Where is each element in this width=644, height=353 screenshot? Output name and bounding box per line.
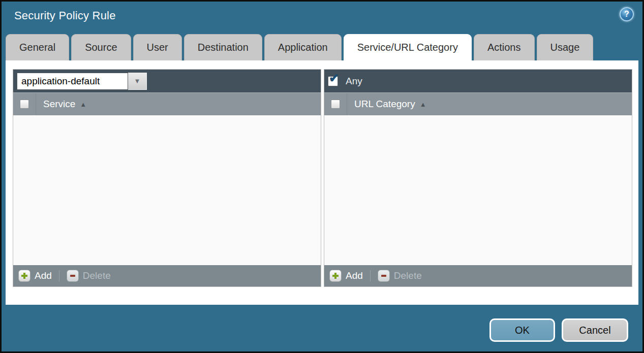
url-category-column-header: URL Category xyxy=(354,99,415,110)
service-add-icon[interactable] xyxy=(18,270,30,282)
url-category-list-empty xyxy=(324,115,632,265)
url-category-panel-toolbar: Add Delete xyxy=(324,265,632,286)
plus-icon xyxy=(20,272,28,280)
tab-general[interactable]: General xyxy=(6,34,69,60)
tab-application[interactable]: Application xyxy=(264,34,342,60)
sort-ascending-icon: ▲ xyxy=(420,101,426,108)
security-policy-rule-dialog: Security Policy Rule ? General Source Us… xyxy=(0,0,644,353)
sort-ascending-icon: ▲ xyxy=(80,101,86,108)
tab-content-area: application-default ▼ Service ▲ xyxy=(6,60,638,305)
url-category-select-all-checkbox[interactable] xyxy=(331,100,340,109)
titlebar: Security Policy Rule ? xyxy=(2,2,642,33)
service-type-value[interactable]: application-default xyxy=(17,73,128,90)
service-type-dropdown[interactable]: application-default ▼ xyxy=(17,73,147,90)
url-category-table-header[interactable]: URL Category ▲ xyxy=(324,92,632,115)
service-select-all-cell xyxy=(13,93,36,115)
service-delete-icon[interactable] xyxy=(67,270,79,282)
service-delete-button[interactable]: Delete xyxy=(83,270,111,281)
tab-service-url-category[interactable]: Service/URL Category xyxy=(344,34,472,60)
url-category-delete-icon[interactable] xyxy=(378,270,390,282)
service-column-header: Service xyxy=(43,99,75,110)
url-category-add-icon[interactable] xyxy=(329,270,342,282)
help-icon-glyph: ? xyxy=(624,10,629,19)
cancel-button[interactable]: Cancel xyxy=(562,318,628,342)
minus-icon xyxy=(69,272,77,280)
toolbar-divider xyxy=(59,270,59,281)
tab-bar: General Source User Destination Applicat… xyxy=(6,34,593,60)
tab-actions[interactable]: Actions xyxy=(474,34,535,60)
checkmark-icon: ✔ xyxy=(329,72,339,84)
tab-source[interactable]: Source xyxy=(71,34,131,60)
url-category-any-label: Any xyxy=(346,76,362,87)
service-type-dropdown-button[interactable]: ▼ xyxy=(128,73,147,90)
service-panel-toolbar: Add Delete xyxy=(13,265,321,286)
dialog-title: Security Policy Rule xyxy=(14,9,116,22)
service-add-button[interactable]: Add xyxy=(35,270,52,281)
tab-destination[interactable]: Destination xyxy=(184,34,262,60)
service-table-header[interactable]: Service ▲ xyxy=(13,92,321,115)
chevron-down-icon: ▼ xyxy=(134,77,141,85)
url-category-select-all-cell xyxy=(324,93,347,115)
ok-button[interactable]: OK xyxy=(489,318,555,342)
tab-usage[interactable]: Usage xyxy=(537,34,594,60)
service-panel-topbar: application-default ▼ xyxy=(13,70,321,92)
url-category-delete-button[interactable]: Delete xyxy=(394,270,422,281)
url-category-any-checkbox[interactable]: ✔ xyxy=(328,76,338,86)
help-icon[interactable]: ? xyxy=(620,7,634,21)
service-list-empty xyxy=(13,115,321,265)
service-panel: application-default ▼ Service ▲ xyxy=(13,69,321,287)
service-select-all-checkbox[interactable] xyxy=(20,100,29,109)
tab-user[interactable]: User xyxy=(133,34,182,60)
minus-icon xyxy=(380,272,388,280)
url-category-panel: ✔ Any URL Category ▲ Add xyxy=(324,69,632,287)
toolbar-divider xyxy=(370,270,371,281)
url-category-add-button[interactable]: Add xyxy=(346,270,363,281)
plus-icon xyxy=(331,272,340,280)
url-category-panel-topbar: ✔ Any xyxy=(324,70,632,92)
